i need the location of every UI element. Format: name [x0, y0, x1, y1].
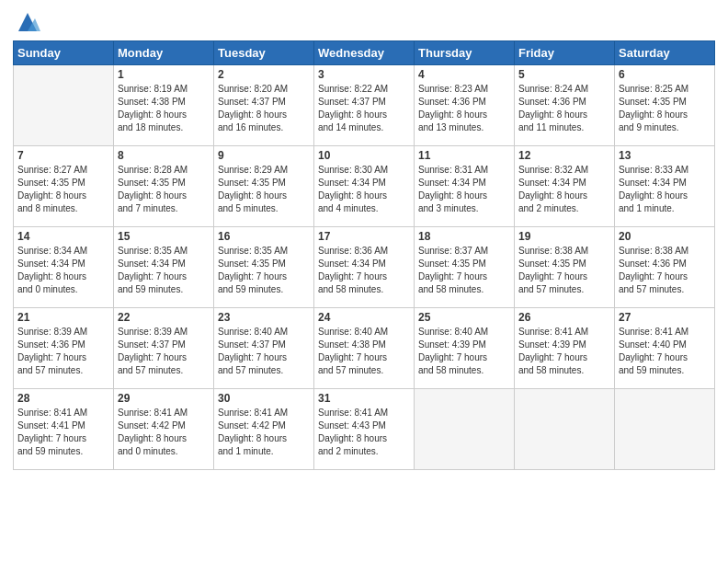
calendar-cell: 27Sunrise: 8:41 AMSunset: 4:40 PMDayligh… [615, 308, 715, 389]
day-number: 4 [418, 68, 510, 81]
week-row-3: 21Sunrise: 8:39 AMSunset: 4:36 PMDayligh… [14, 308, 715, 389]
day-info: Sunrise: 8:30 AMSunset: 4:34 PMDaylight:… [318, 164, 410, 215]
day-info: Sunrise: 8:38 AMSunset: 4:36 PMDaylight:… [619, 245, 711, 296]
day-number: 26 [518, 311, 610, 324]
weekday-header-saturday: Saturday [615, 41, 715, 65]
calendar-cell: 28Sunrise: 8:41 AMSunset: 4:41 PMDayligh… [14, 389, 114, 470]
day-info: Sunrise: 8:25 AMSunset: 4:35 PMDaylight:… [619, 83, 711, 134]
day-number: 24 [318, 311, 410, 324]
calendar-cell: 1Sunrise: 8:19 AMSunset: 4:38 PMDaylight… [114, 65, 214, 146]
week-row-1: 7Sunrise: 8:27 AMSunset: 4:35 PMDaylight… [14, 146, 715, 227]
calendar-cell: 19Sunrise: 8:38 AMSunset: 4:35 PMDayligh… [515, 227, 615, 308]
calendar-cell: 9Sunrise: 8:29 AMSunset: 4:35 PMDaylight… [214, 146, 314, 227]
day-number: 11 [418, 149, 510, 162]
calendar-cell: 3Sunrise: 8:22 AMSunset: 4:37 PMDaylight… [314, 65, 415, 146]
calendar-cell: 15Sunrise: 8:35 AMSunset: 4:34 PMDayligh… [114, 227, 214, 308]
day-number: 17 [318, 230, 410, 243]
calendar-cell: 7Sunrise: 8:27 AMSunset: 4:35 PMDaylight… [14, 146, 114, 227]
day-info: Sunrise: 8:38 AMSunset: 4:35 PMDaylight:… [518, 245, 610, 296]
week-row-2: 14Sunrise: 8:34 AMSunset: 4:34 PMDayligh… [14, 227, 715, 308]
day-info: Sunrise: 8:36 AMSunset: 4:34 PMDaylight:… [318, 245, 410, 296]
day-info: Sunrise: 8:40 AMSunset: 4:38 PMDaylight:… [318, 326, 410, 377]
calendar-cell: 23Sunrise: 8:40 AMSunset: 4:37 PMDayligh… [214, 308, 314, 389]
header [13, 9, 715, 35]
day-number: 29 [118, 392, 210, 405]
calendar-cell: 14Sunrise: 8:34 AMSunset: 4:34 PMDayligh… [14, 227, 114, 308]
day-info: Sunrise: 8:22 AMSunset: 4:37 PMDaylight:… [318, 83, 410, 134]
day-number: 18 [418, 230, 510, 243]
day-number: 19 [518, 230, 610, 243]
day-number: 28 [17, 392, 109, 405]
calendar-cell [515, 389, 615, 470]
day-info: Sunrise: 8:32 AMSunset: 4:34 PMDaylight:… [518, 164, 610, 215]
day-number: 9 [218, 149, 310, 162]
calendar-cell: 26Sunrise: 8:41 AMSunset: 4:39 PMDayligh… [515, 308, 615, 389]
day-info: Sunrise: 8:24 AMSunset: 4:36 PMDaylight:… [518, 83, 610, 134]
calendar-cell: 8Sunrise: 8:28 AMSunset: 4:35 PMDaylight… [114, 146, 214, 227]
calendar-cell: 5Sunrise: 8:24 AMSunset: 4:36 PMDaylight… [515, 65, 615, 146]
day-info: Sunrise: 8:19 AMSunset: 4:38 PMDaylight:… [118, 83, 210, 134]
calendar-cell [415, 389, 515, 470]
day-number: 31 [318, 392, 410, 405]
calendar-cell [14, 65, 114, 146]
weekday-header-wednesday: Wednesday [314, 41, 415, 65]
calendar-cell: 10Sunrise: 8:30 AMSunset: 4:34 PMDayligh… [314, 146, 415, 227]
calendar-cell: 12Sunrise: 8:32 AMSunset: 4:34 PMDayligh… [515, 146, 615, 227]
calendar-cell: 4Sunrise: 8:23 AMSunset: 4:36 PMDaylight… [415, 65, 515, 146]
day-info: Sunrise: 8:34 AMSunset: 4:34 PMDaylight:… [17, 245, 109, 296]
day-number: 12 [518, 149, 610, 162]
day-number: 6 [619, 68, 711, 81]
day-number: 7 [17, 149, 109, 162]
day-info: Sunrise: 8:41 AMSunset: 4:42 PMDaylight:… [118, 407, 210, 458]
day-number: 27 [619, 311, 711, 324]
day-number: 10 [318, 149, 410, 162]
day-info: Sunrise: 8:40 AMSunset: 4:39 PMDaylight:… [418, 326, 510, 377]
day-number: 25 [418, 311, 510, 324]
day-info: Sunrise: 8:41 AMSunset: 4:40 PMDaylight:… [619, 326, 711, 377]
calendar-cell: 25Sunrise: 8:40 AMSunset: 4:39 PMDayligh… [415, 308, 515, 389]
day-number: 20 [619, 230, 711, 243]
calendar-cell: 16Sunrise: 8:35 AMSunset: 4:35 PMDayligh… [214, 227, 314, 308]
day-info: Sunrise: 8:40 AMSunset: 4:37 PMDaylight:… [218, 326, 310, 377]
day-number: 8 [118, 149, 210, 162]
day-number: 3 [318, 68, 410, 81]
weekday-header-row: SundayMondayTuesdayWednesdayThursdayFrid… [14, 41, 715, 65]
day-info: Sunrise: 8:35 AMSunset: 4:35 PMDaylight:… [218, 245, 310, 296]
day-number: 15 [118, 230, 210, 243]
weekday-header-friday: Friday [515, 41, 615, 65]
day-number: 21 [17, 311, 109, 324]
calendar-cell: 17Sunrise: 8:36 AMSunset: 4:34 PMDayligh… [314, 227, 415, 308]
calendar-table: SundayMondayTuesdayWednesdayThursdayFrid… [13, 40, 715, 470]
day-info: Sunrise: 8:23 AMSunset: 4:36 PMDaylight:… [418, 83, 510, 134]
logo-icon [15, 9, 40, 35]
day-number: 1 [118, 68, 210, 81]
day-info: Sunrise: 8:33 AMSunset: 4:34 PMDaylight:… [619, 164, 711, 215]
calendar-cell: 31Sunrise: 8:41 AMSunset: 4:43 PMDayligh… [314, 389, 415, 470]
calendar-cell: 11Sunrise: 8:31 AMSunset: 4:34 PMDayligh… [415, 146, 515, 227]
calendar-cell: 24Sunrise: 8:40 AMSunset: 4:38 PMDayligh… [314, 308, 415, 389]
day-number: 13 [619, 149, 711, 162]
day-number: 30 [218, 392, 310, 405]
week-row-0: 1Sunrise: 8:19 AMSunset: 4:38 PMDaylight… [14, 65, 715, 146]
weekday-header-sunday: Sunday [14, 41, 114, 65]
day-number: 16 [218, 230, 310, 243]
page-container: SundayMondayTuesdayWednesdayThursdayFrid… [0, 0, 728, 563]
day-number: 14 [17, 230, 109, 243]
day-info: Sunrise: 8:29 AMSunset: 4:35 PMDaylight:… [218, 164, 310, 215]
calendar-cell: 22Sunrise: 8:39 AMSunset: 4:37 PMDayligh… [114, 308, 214, 389]
calendar-cell: 30Sunrise: 8:41 AMSunset: 4:42 PMDayligh… [214, 389, 314, 470]
day-info: Sunrise: 8:41 AMSunset: 4:39 PMDaylight:… [518, 326, 610, 377]
weekday-header-tuesday: Tuesday [214, 41, 314, 65]
calendar-cell: 6Sunrise: 8:25 AMSunset: 4:35 PMDaylight… [615, 65, 715, 146]
day-info: Sunrise: 8:37 AMSunset: 4:35 PMDaylight:… [418, 245, 510, 296]
day-number: 22 [118, 311, 210, 324]
week-row-4: 28Sunrise: 8:41 AMSunset: 4:41 PMDayligh… [14, 389, 715, 470]
day-info: Sunrise: 8:39 AMSunset: 4:37 PMDaylight:… [118, 326, 210, 377]
day-info: Sunrise: 8:31 AMSunset: 4:34 PMDaylight:… [418, 164, 510, 215]
calendar-cell: 2Sunrise: 8:20 AMSunset: 4:37 PMDaylight… [214, 65, 314, 146]
day-info: Sunrise: 8:41 AMSunset: 4:43 PMDaylight:… [318, 407, 410, 458]
calendar-cell: 21Sunrise: 8:39 AMSunset: 4:36 PMDayligh… [14, 308, 114, 389]
day-number: 5 [518, 68, 610, 81]
day-info: Sunrise: 8:41 AMSunset: 4:41 PMDaylight:… [17, 407, 109, 458]
day-info: Sunrise: 8:35 AMSunset: 4:34 PMDaylight:… [118, 245, 210, 296]
